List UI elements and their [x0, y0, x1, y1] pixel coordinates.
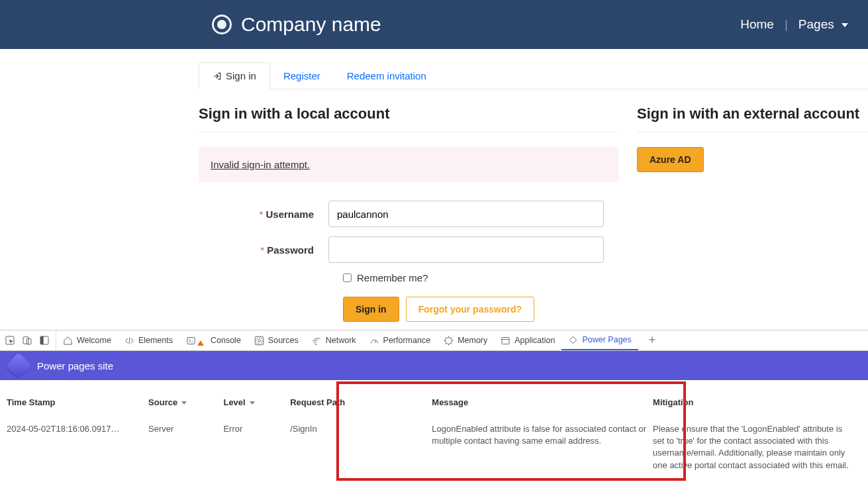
username-label: *Username — [199, 209, 328, 220]
devtools-add-tab[interactable] — [641, 335, 663, 346]
nav-home-link[interactable]: Home — [740, 17, 774, 32]
cell-level: Error — [223, 419, 290, 475]
brand-logo-icon — [212, 15, 232, 34]
svg-rect-11 — [570, 336, 577, 344]
signin-error-text: Invalid sign-in attempt. — [211, 159, 310, 170]
th-source[interactable]: Source — [148, 389, 223, 419]
devtools-tab-network[interactable]: Network — [305, 330, 363, 350]
th-timestamp[interactable]: Time Stamp — [7, 389, 148, 419]
nav-separator: | — [785, 17, 788, 32]
chevron-down-icon — [842, 23, 848, 27]
devtools-tabstrip: Welcome Elements Console Sources Network… — [0, 330, 868, 351]
th-mitigation[interactable]: Mitigation — [653, 389, 861, 419]
devtools-tab-sources[interactable]: Sources — [248, 330, 305, 350]
network-icon — [312, 336, 322, 346]
tab-signin[interactable]: Sign in — [199, 62, 270, 89]
password-label: *Password — [199, 244, 328, 256]
th-level[interactable]: Level — [223, 389, 290, 419]
local-signin-heading: Sign in with a local account — [199, 105, 618, 123]
devtools-tab-powerpages[interactable]: Power Pages — [561, 330, 638, 350]
inspect-icon[interactable] — [4, 334, 16, 346]
powerpages-panel-header: Power pages site — [0, 351, 868, 380]
plus-icon — [648, 335, 657, 344]
devtools-tab-elements[interactable]: Elements — [118, 330, 179, 350]
username-row: *Username — [199, 201, 618, 227]
devtools-tab-application[interactable]: Application — [494, 330, 561, 350]
external-signin-heading: Sign in with an external account — [637, 105, 868, 123]
required-asterisk: * — [260, 209, 264, 220]
elements-icon — [124, 336, 134, 346]
cell-message: LogonEnabled attribute is false for asso… — [432, 419, 653, 475]
memory-icon — [444, 336, 454, 346]
signin-button[interactable]: Sign in — [343, 297, 399, 322]
forgot-password-button[interactable]: Forgot your password? — [406, 297, 534, 322]
local-signin-column: Sign in with a local account Invalid sig… — [199, 89, 618, 322]
devtools-tab-console[interactable]: Console — [179, 330, 248, 350]
brand[interactable]: Company name — [212, 13, 381, 36]
signin-buttons: Sign in Forgot your password? — [343, 297, 618, 322]
svg-rect-10 — [502, 337, 509, 344]
chevron-down-icon — [181, 401, 187, 405]
cell-path: /SignIn — [290, 419, 432, 475]
external-signin-column: Sign in with an external account Azure A… — [637, 89, 868, 322]
sources-icon — [254, 336, 264, 346]
page-content: Sign in Register Redeem invitation Sign … — [0, 49, 868, 322]
signin-arrow-icon — [213, 72, 222, 81]
log-table: Time Stamp Source Level Request Path Mes… — [7, 389, 861, 475]
powerpages-title: Power pages site — [37, 360, 113, 372]
application-icon — [501, 336, 510, 346]
svg-rect-1 — [23, 337, 28, 344]
username-input[interactable] — [328, 201, 604, 227]
powerpages-table-wrap: Time Stamp Source Level Request Path Mes… — [0, 380, 868, 495]
signin-error-box: Invalid sign-in attempt. — [199, 147, 618, 182]
svg-point-6 — [258, 339, 260, 342]
remember-checkbox[interactable] — [343, 273, 352, 282]
devtools-left-icons — [4, 330, 56, 350]
devtools-tab-performance[interactable]: Performance — [363, 330, 438, 350]
chevron-down-icon — [250, 401, 255, 405]
auth-tabs: Sign in Register Redeem invitation — [199, 62, 868, 89]
console-icon — [186, 336, 196, 346]
th-message[interactable]: Message — [432, 389, 653, 419]
cell-source: Server — [148, 419, 223, 475]
nav-pages-dropdown[interactable]: Pages — [798, 17, 848, 32]
azure-ad-button[interactable]: Azure AD — [637, 147, 704, 172]
brand-name: Company name — [241, 13, 381, 36]
tab-signin-label: Sign in — [226, 70, 256, 81]
cell-timestamp: 2024-05-02T18:16:06.0917… — [7, 419, 148, 475]
svg-rect-2 — [26, 338, 31, 344]
password-input[interactable] — [328, 236, 604, 263]
remember-label: Remember me? — [357, 272, 428, 283]
devtools-tab-memory[interactable]: Memory — [437, 330, 494, 350]
tab-register[interactable]: Register — [270, 62, 334, 89]
required-asterisk: * — [260, 244, 264, 256]
top-navbar: Company name Home | Pages — [0, 0, 868, 49]
powerpages-icon — [568, 335, 578, 345]
cell-mitigation: Please ensure that the 'LogonEnabled' at… — [653, 419, 861, 475]
powerpages-logo-icon — [5, 352, 32, 379]
nav-pages-label: Pages — [798, 17, 834, 31]
remember-row: Remember me? — [343, 272, 618, 283]
tab-redeem[interactable]: Redeem invitation — [334, 62, 440, 89]
device-toggle-icon[interactable] — [21, 334, 33, 346]
svg-rect-4 — [40, 336, 44, 344]
divider — [199, 132, 618, 132]
svg-point-9 — [446, 337, 452, 344]
warning-badge-icon — [197, 340, 204, 346]
table-row[interactable]: 2024-05-02T18:16:06.0917… Server Error /… — [7, 419, 861, 475]
svg-point-8 — [315, 344, 316, 345]
dock-side-icon[interactable] — [38, 334, 50, 346]
home-icon — [63, 336, 73, 346]
devtools-tab-welcome[interactable]: Welcome — [56, 330, 118, 350]
performance-icon — [369, 336, 379, 346]
nav-right: Home | Pages — [740, 17, 855, 32]
password-row: *Password — [199, 236, 618, 263]
th-path[interactable]: Request Path — [290, 389, 432, 419]
divider — [637, 132, 868, 132]
